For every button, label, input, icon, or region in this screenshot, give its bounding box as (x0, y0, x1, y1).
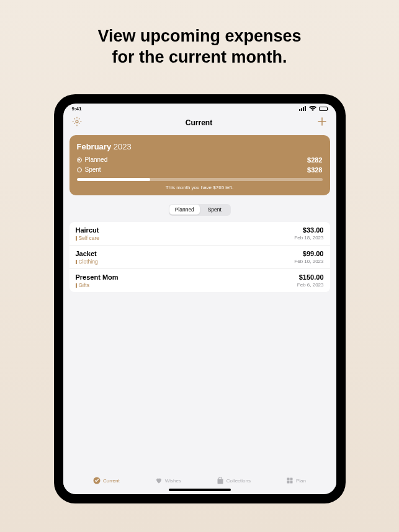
expense-title: Present Mom (76, 273, 119, 281)
svg-rect-0 (299, 109, 300, 111)
summary-footer: This month you have $765 left. (77, 185, 323, 190)
expense-item[interactable]: Haircut Self care $33.00 Feb 18, 2023 (69, 222, 330, 246)
expense-title: Jacket (76, 250, 98, 257)
add-button[interactable] (316, 116, 328, 130)
status-indicators (299, 106, 328, 112)
month-summary-card: February 2023 Planned $282 Spent $328 Th… (69, 135, 330, 195)
svg-rect-1 (301, 108, 302, 111)
page-title: Current (186, 118, 212, 127)
home-indicator[interactable] (169, 489, 231, 491)
segment-planned[interactable]: Planned (169, 205, 200, 215)
expense-item[interactable]: Present Mom Gifts $150.00 Feb 6, 2023 (69, 269, 330, 292)
budget-progress-fill (77, 178, 151, 181)
tab-collections[interactable]: Collections (217, 477, 251, 484)
tab-wishes[interactable]: Wishes (155, 477, 181, 484)
segment-control[interactable]: Planned Spent (169, 204, 231, 216)
expense-date: Feb 10, 2023 (294, 259, 323, 264)
summary-row-label: Spent (85, 166, 101, 173)
status-time: 9:41 (72, 106, 82, 112)
app-screen: 9:41 Current February 2023 Pla (63, 104, 336, 494)
segment-spent[interactable]: Spent (200, 205, 230, 215)
expense-amount: $150.00 (297, 273, 324, 281)
svg-rect-10 (287, 481, 289, 484)
tab-current[interactable]: Current (93, 477, 120, 484)
summary-row-spent[interactable]: Spent $328 (77, 166, 323, 174)
summary-row-label: Planned (85, 156, 108, 163)
status-bar: 9:41 (63, 104, 336, 113)
tab-label: Collections (226, 478, 251, 484)
expense-list: Haircut Self care $33.00 Feb 18, 2023 Ja… (69, 222, 330, 292)
expense-amount: $99.00 (294, 250, 323, 257)
svg-point-4 (76, 120, 78, 123)
svg-rect-8 (287, 478, 289, 481)
battery-icon (319, 107, 328, 111)
expense-category: Gifts (76, 282, 119, 288)
summary-row-planned[interactable]: Planned $282 (77, 156, 323, 164)
expense-date: Feb 18, 2023 (294, 235, 323, 241)
svg-rect-2 (303, 107, 304, 111)
tab-label: Current (103, 478, 120, 484)
grid-icon (286, 477, 294, 484)
expense-category: Self care (76, 235, 100, 241)
expense-date: Feb 6, 2023 (297, 282, 324, 288)
bag-icon (217, 477, 224, 484)
wifi-icon (309, 106, 316, 112)
promo-headline: View upcoming expenses for the current m… (0, 0, 399, 83)
tab-label: Plan (296, 478, 306, 484)
promo-line-2: for the current month. (112, 48, 287, 66)
budget-progress (77, 178, 323, 181)
tab-bar: Current Wishes Collections Plan (63, 473, 336, 487)
expense-item[interactable]: Jacket Clothing $99.00 Feb 10, 2023 (69, 246, 330, 269)
svg-rect-3 (305, 106, 306, 111)
expense-title: Haircut (76, 226, 100, 234)
heart-icon (155, 477, 163, 484)
tab-plan[interactable]: Plan (286, 477, 306, 484)
tab-label: Wishes (165, 478, 181, 484)
summary-month: February 2023 (77, 142, 323, 151)
check-icon (93, 477, 101, 484)
summary-row-value: $328 (307, 166, 322, 174)
svg-rect-11 (290, 481, 292, 484)
expense-category: Clothing (76, 259, 98, 265)
radio-icon (77, 167, 82, 172)
navigation-bar: Current (63, 113, 336, 134)
expense-amount: $33.00 (294, 226, 323, 234)
summary-row-value: $282 (307, 156, 322, 164)
svg-rect-9 (290, 478, 292, 481)
promo-line-1: View upcoming expenses (97, 27, 301, 45)
radio-icon (77, 157, 82, 162)
signal-icon (299, 106, 307, 112)
tablet-frame: 9:41 Current February 2023 Pla (54, 94, 346, 503)
settings-button[interactable] (72, 117, 82, 129)
